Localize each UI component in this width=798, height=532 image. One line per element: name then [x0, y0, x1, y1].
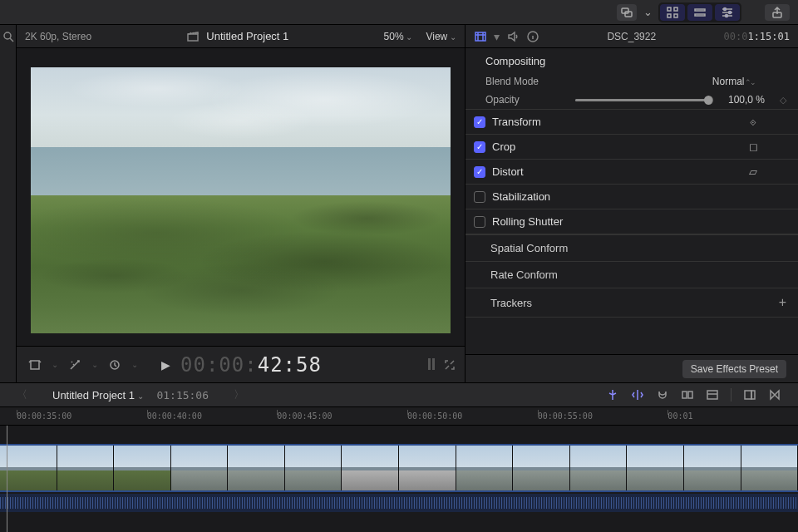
search-icon[interactable]: [2, 30, 15, 43]
svg-rect-7: [695, 14, 705, 16]
retime-tool-icon[interactable]: [105, 357, 125, 373]
clip-thumbnail[interactable]: [0, 446, 57, 490]
grid-layout-button[interactable]: [660, 4, 685, 21]
inspector-group-distort[interactable]: ✓Distort▱: [466, 159, 798, 184]
clip-thumbnail[interactable]: [228, 446, 285, 490]
viewer-header: 2K 60p, Stereo Untitled Project 1 50% Vi…: [17, 25, 465, 48]
fullscreen-icon[interactable]: [443, 358, 456, 372]
info-tab-icon[interactable]: [526, 30, 539, 43]
clip-appearance-icon[interactable]: [681, 388, 694, 401]
opacity-slider[interactable]: [575, 99, 713, 101]
group-label: Crop: [492, 140, 515, 153]
svg-rect-2: [667, 7, 671, 11]
solo-icon[interactable]: [656, 388, 669, 401]
clip-thumbnail[interactable]: [684, 446, 741, 490]
timeline-project-dropdown[interactable]: Untitled Project 1: [52, 389, 144, 401]
svg-rect-4: [667, 14, 671, 17]
ruler-tick: 00:01: [667, 411, 798, 421]
group-action-icon[interactable]: ⟐: [736, 116, 770, 128]
workspace-switch-button[interactable]: [617, 4, 637, 21]
svg-rect-20: [707, 391, 717, 399]
clip-thumbnail[interactable]: [513, 446, 570, 490]
transform-tool-icon[interactable]: [25, 357, 45, 373]
clip-thumbnail[interactable]: [171, 446, 229, 490]
group-action-icon[interactable]: ▱: [736, 165, 770, 178]
chevron-down-icon[interactable]: ⌄: [48, 358, 62, 371]
viewer-timecode[interactable]: 00:00:42:58: [180, 353, 322, 377]
inspector-group-stabilization[interactable]: Stabilization: [466, 184, 798, 209]
inspector-row-rate-conform[interactable]: Rate Conform: [466, 261, 798, 288]
timeline-ruler[interactable]: 00:00:35:0000:00:40:0000:00:45:0000:00:5…: [0, 407, 798, 426]
workspace-dropdown-icon[interactable]: ⌄: [642, 4, 653, 21]
ruler-tick: 00:00:40:00: [147, 411, 278, 421]
group-checkbox[interactable]: [474, 216, 485, 228]
trackers-label: Trackers: [490, 297, 532, 309]
clip-thumbnail[interactable]: [57, 446, 115, 490]
chevron-down-icon[interactable]: ⌄: [128, 358, 141, 371]
effects-browser-icon[interactable]: [743, 388, 756, 401]
clip-thumbnail[interactable]: [627, 446, 684, 490]
history-forward-icon[interactable]: 〉: [234, 387, 244, 402]
group-checkbox[interactable]: ✓: [474, 166, 485, 178]
timeline-tools: [606, 388, 781, 401]
timeline-header: 〈 Untitled Project 1 01:15:06 〉: [0, 382, 798, 407]
audio-track[interactable]: [0, 494, 798, 512]
blend-mode-row: Blend Mode Normal: [466, 72, 798, 91]
chevron-down-icon[interactable]: ⌄: [88, 358, 101, 371]
blend-mode-value[interactable]: Normal: [712, 76, 755, 87]
list-layout-button[interactable]: [687, 4, 712, 21]
sliders-layout-button[interactable]: [715, 4, 740, 21]
play-button[interactable]: ▶: [161, 358, 170, 372]
svg-rect-22: [751, 391, 755, 399]
clip-thumbnail[interactable]: [741, 446, 798, 490]
group-checkbox[interactable]: ✓: [474, 141, 485, 153]
skim-icon[interactable]: [631, 388, 644, 401]
timecode-bright: 42:58: [258, 353, 322, 377]
group-checkbox[interactable]: ✓: [474, 116, 485, 128]
inspector-group-crop[interactable]: ✓Crop◻: [466, 134, 798, 159]
transitions-browser-icon[interactable]: [768, 388, 781, 401]
viewer-panel: 2K 60p, Stereo Untitled Project 1 50% Vi…: [17, 25, 466, 382]
magic-tool-icon[interactable]: [65, 357, 85, 373]
zoom-dropdown[interactable]: 50%: [384, 31, 413, 42]
browser-gutter: [0, 25, 17, 382]
svg-point-8: [724, 7, 727, 10]
blend-mode-label: Blend Mode: [485, 76, 560, 87]
timeline-body[interactable]: [0, 426, 798, 532]
svg-rect-5: [674, 14, 677, 17]
clip-thumbnail[interactable]: [399, 446, 456, 490]
snap-icon[interactable]: [606, 388, 619, 401]
clip-thumbnail[interactable]: [114, 446, 171, 490]
audio-tab-icon[interactable]: [506, 30, 520, 43]
clip-thumbnail[interactable]: [342, 446, 399, 490]
add-tracker-icon[interactable]: +: [779, 295, 786, 310]
video-tab-icon[interactable]: [474, 30, 487, 43]
inspector-group-transform[interactable]: ✓Transform⟐: [466, 109, 798, 134]
inspector-clip-duration: 00:01:15:01: [724, 31, 790, 42]
history-back-icon[interactable]: 〈: [17, 387, 27, 402]
keyframe-icon[interactable]: ◇: [780, 95, 786, 106]
index-icon[interactable]: [706, 388, 719, 401]
app-toolbar: ⌄: [0, 0, 798, 25]
playhead[interactable]: [7, 426, 7, 532]
view-dropdown[interactable]: View: [426, 31, 456, 42]
clip-thumbnail[interactable]: [285, 446, 342, 490]
group-action-icon[interactable]: ◻: [736, 140, 770, 153]
group-checkbox[interactable]: [474, 191, 485, 203]
inspector-row-spatial-conform[interactable]: Spatial Conform: [466, 234, 798, 261]
trackers-row[interactable]: Trackers +: [466, 288, 798, 318]
inspector-footer: Save Effects Preset: [466, 354, 798, 382]
svg-point-9: [729, 11, 732, 13]
video-track[interactable]: [0, 444, 798, 492]
clip-thumbnail[interactable]: [456, 446, 514, 490]
preview-frame[interactable]: [31, 67, 451, 333]
inspector-clip-name: DSC_3922: [548, 31, 716, 42]
svg-rect-16: [475, 32, 485, 41]
opacity-value[interactable]: 100,0 %: [728, 94, 765, 106]
save-effects-preset-button[interactable]: Save Effects Preset: [682, 360, 786, 378]
svg-rect-6: [695, 9, 705, 11]
color-tab-icon[interactable]: ▾: [494, 30, 500, 43]
inspector-group-rolling-shutter[interactable]: Rolling Shutter: [466, 209, 798, 234]
clip-thumbnail[interactable]: [570, 446, 628, 490]
share-button[interactable]: [765, 4, 790, 21]
